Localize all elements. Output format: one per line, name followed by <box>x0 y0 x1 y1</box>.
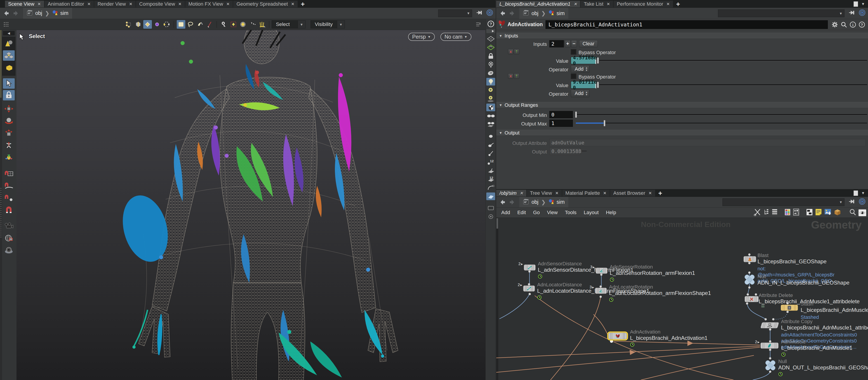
new-tab-button[interactable]: + <box>656 190 665 197</box>
close-icon[interactable]: ✕ <box>37 2 41 6</box>
menu-layout[interactable]: Layout <box>580 210 602 215</box>
remove-input-button[interactable]: − <box>571 40 577 47</box>
back-arrow-icon[interactable] <box>498 9 506 17</box>
node-adn-out-null[interactable]: Null ADN_OUT_L_bicepsBrachii_GEOShape <box>764 359 777 373</box>
tab-composite-view[interactable]: Composite View✕ <box>136 1 185 7</box>
shadows-icon[interactable] <box>486 95 495 103</box>
lasso-pick-icon[interactable] <box>186 20 195 29</box>
delete-input-button[interactable]: x <box>508 49 514 55</box>
value-slider-handle[interactable] <box>597 57 599 64</box>
radial-menu-icon[interactable] <box>859 198 866 206</box>
close-icon[interactable]: ✕ <box>574 2 577 6</box>
display-option-icon[interactable] <box>486 204 495 212</box>
camera-icon[interactable] <box>3 221 15 231</box>
tab-scene-view[interactable]: Scene View✕ <box>5 1 44 7</box>
close-icon[interactable]: ✕ <box>87 2 91 6</box>
tab-geometry-spreadsheet[interactable]: Geometry Spreadsheet✕ <box>233 1 298 7</box>
forward-arrow-icon[interactable] <box>508 9 516 17</box>
clear-inputs-button[interactable]: Clear <box>579 40 598 47</box>
prim-planes-icon[interactable] <box>486 193 495 200</box>
close-icon[interactable]: ✕ <box>520 191 523 196</box>
tab-tree-view[interactable]: Tree View✕ <box>527 190 562 197</box>
sticky-note-icon[interactable] <box>815 208 822 217</box>
close-icon[interactable]: ✕ <box>291 2 294 6</box>
breadcrumb-current[interactable]: sim <box>557 10 565 16</box>
info-icon[interactable]: i <box>849 21 857 28</box>
point-numbers-icon[interactable]: 12 <box>486 158 495 166</box>
value-slider[interactable] <box>599 60 867 61</box>
menu-go[interactable]: Go <box>529 210 543 215</box>
camera-badge[interactable]: No cam▼ <box>440 33 471 41</box>
display-points-icon[interactable] <box>486 133 495 140</box>
forward-arrow-icon[interactable] <box>508 198 516 206</box>
handles-select-icon[interactable] <box>162 20 171 29</box>
help-icon[interactable]: ? <box>858 21 866 28</box>
bypass-operator-checkbox[interactable] <box>571 49 576 55</box>
network-canvas[interactable]: Non-Commercial Edition Geometry <box>496 218 868 380</box>
tab-motion-fx-view[interactable]: Motion FX View✕ <box>185 1 233 7</box>
radial-menu-icon[interactable] <box>859 9 866 18</box>
combing-icon[interactable] <box>258 20 266 29</box>
find-icon[interactable] <box>849 208 856 217</box>
value-slider[interactable] <box>599 84 867 85</box>
view-globe-icon[interactable] <box>3 233 15 243</box>
expand-arrow-icon[interactable] <box>486 29 495 33</box>
lock-handle-icon[interactable] <box>486 52 495 60</box>
menu-view[interactable]: View <box>543 210 561 215</box>
box-pick-icon[interactable] <box>177 20 185 29</box>
operator-dropdown[interactable]: Add▲▼ <box>571 65 589 73</box>
persp-view-badge[interactable]: Persp▼ <box>408 33 435 41</box>
node-blast[interactable]: Blast L_bicepsBrachii_GEOShape not: @pat… <box>743 256 756 262</box>
tab-performance-monitor[interactable]: Performance Monitor✕ <box>614 1 673 7</box>
move-input-up-button[interactable]: ⇡ <box>514 49 519 55</box>
contained-pick-icon[interactable] <box>229 20 238 29</box>
param-filter-combo[interactable]: ▼ <box>718 9 844 17</box>
node-adnmuscle[interactable]: 2▶ AdnMuscle L_bicepsBrachii_AdnMuscle1 <box>761 343 778 349</box>
tab-material-palette[interactable]: Material Palette✕ <box>562 190 610 197</box>
node-adnsensorrotation[interactable]: 3▶ AdnSensorRotation L_adnSensorRotation… <box>596 268 608 274</box>
flat-shade-icon[interactable] <box>486 121 495 128</box>
output-min-field[interactable]: 0 <box>549 111 573 118</box>
breadcrumb-root[interactable]: obj <box>531 199 538 205</box>
lens-icon[interactable] <box>3 245 15 256</box>
close-icon[interactable]: ✕ <box>178 2 182 6</box>
pin-icon[interactable] <box>848 9 855 18</box>
prim-normals-icon[interactable] <box>486 167 495 174</box>
close-icon[interactable]: ✕ <box>607 2 610 6</box>
show-objects-icon[interactable] <box>3 38 15 48</box>
transform-axis-icon[interactable] <box>3 152 15 163</box>
breadcrumb-root[interactable]: obj <box>35 10 42 16</box>
tree-list-icon[interactable] <box>764 209 770 217</box>
value-slider-handle[interactable] <box>597 82 599 88</box>
show-templates-icon[interactable] <box>3 50 15 61</box>
snap-point-magnet-icon[interactable] <box>3 193 15 203</box>
operator-dropdown[interactable]: Add▲▼ <box>571 90 589 97</box>
value-field[interactable]: 4.57168e-0 <box>571 57 596 64</box>
link-options-icon[interactable] <box>474 20 483 29</box>
smooth-shade-icon[interactable] <box>486 112 495 120</box>
hull-display-icon[interactable] <box>486 184 495 192</box>
hq-light-icon[interactable] <box>486 87 495 94</box>
forward-arrow-icon[interactable] <box>12 9 20 17</box>
bypass-operator-checkbox[interactable] <box>571 74 576 79</box>
network-filter-combo[interactable]: ▼ <box>722 198 844 206</box>
select-groups-icon[interactable] <box>248 20 257 29</box>
back-arrow-icon[interactable] <box>498 198 506 206</box>
grid-plane-icon[interactable] <box>486 35 495 43</box>
tab-take-list[interactable]: Take List✕ <box>581 1 613 7</box>
pane-maximize-icon[interactable] <box>854 1 858 7</box>
network-boxes-icon[interactable] <box>806 208 813 217</box>
list-view-icon[interactable] <box>772 209 778 217</box>
visibility-eye-ic on[interactable] <box>859 209 866 216</box>
whole-prims-icon[interactable] <box>239 20 247 29</box>
color-palette-icon[interactable] <box>784 208 791 217</box>
edges-select-icon[interactable] <box>134 20 143 29</box>
close-icon[interactable]: ✕ <box>649 191 652 196</box>
node-adnsensordistance[interactable]: 2▶ AdnSensorDistance L_adnSensorDistance… <box>524 265 535 271</box>
close-icon[interactable]: ✕ <box>226 2 229 6</box>
menu-tools[interactable]: Tools <box>561 210 580 215</box>
output-max-slider-handle[interactable] <box>603 120 606 126</box>
menu-add[interactable]: Add <box>498 210 514 215</box>
add-input-button[interactable]: + <box>565 40 570 47</box>
collapse-toolbar-button[interactable]: ◀ <box>3 31 15 35</box>
